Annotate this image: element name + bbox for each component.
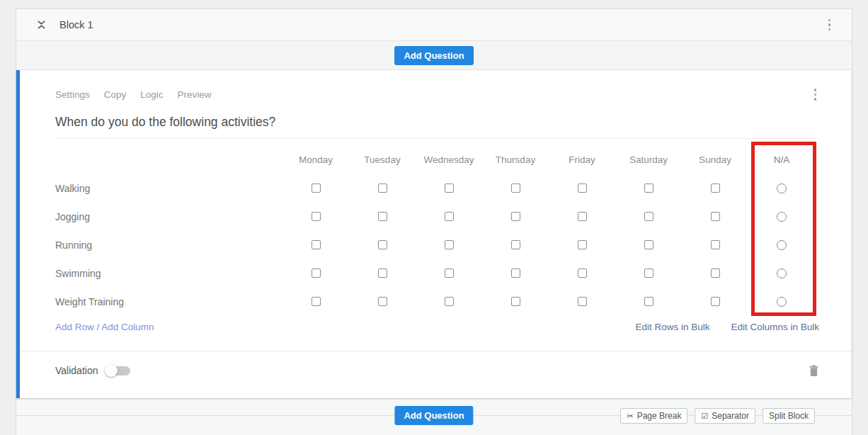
matrix-checkbox[interactable] [445,212,454,221]
separator-button[interactable]: ☑ Separator [695,408,755,424]
page-break-button[interactable]: ✂ Page Break [620,408,687,424]
add-question-button-bottom[interactable]: Add Question [394,406,473,425]
edit-columns-bulk-link[interactable]: Edit Columns in Bulk [731,322,819,332]
matrix-cell [682,174,748,203]
block-container: Block 1 Add Question Settings Copy Logic… [16,9,852,435]
page-break-label: Page Break [637,411,682,421]
matrix-checkbox[interactable] [644,269,653,278]
delete-question-trash-icon[interactable] [809,365,819,377]
matrix-cell [748,288,815,316]
logic-link[interactable]: Logic [140,89,163,100]
question-title[interactable]: When do you do the following activities? [55,115,819,139]
matrix-checkbox[interactable] [511,297,520,306]
matrix-checkbox[interactable] [378,297,387,306]
matrix-na-radio[interactable] [777,212,787,222]
matrix-cell [482,174,549,203]
matrix-column-header-na[interactable]: N/A [748,146,815,174]
split-block-label: Split Block [769,411,809,421]
block-menu-kebab-icon[interactable] [826,16,834,34]
matrix-cell [748,203,815,231]
block-header: Block 1 [16,9,852,41]
matrix-checkbox[interactable] [711,240,720,249]
matrix-checkbox[interactable] [644,212,653,221]
matrix-na-radio[interactable] [777,183,787,193]
matrix-checkbox[interactable] [511,240,520,249]
matrix-checkbox[interactable] [644,240,653,249]
matrix-table: Monday Tuesday Wednesday Thursday Friday… [55,146,815,316]
matrix-checkbox[interactable] [711,183,720,193]
add-column-link[interactable]: Add Column [101,322,154,332]
preview-link[interactable]: Preview [178,89,212,100]
matrix-checkbox[interactable] [711,269,720,278]
matrix-checkbox[interactable] [312,269,321,278]
question-menu-kebab-icon[interactable] [811,86,820,103]
matrix-column-header[interactable]: Friday [549,146,615,174]
add-question-button-top[interactable]: Add Question [394,46,473,65]
copy-link[interactable]: Copy [104,89,127,100]
collapse-block-icon[interactable] [36,19,47,30]
matrix-checkbox[interactable] [312,240,321,249]
split-block-button[interactable]: Split Block [763,408,815,424]
matrix-checkbox[interactable] [445,240,454,249]
matrix-checkbox[interactable] [312,297,321,306]
matrix-checkbox[interactable] [445,183,454,193]
matrix-checkbox[interactable] [312,212,321,221]
matrix-checkbox[interactable] [378,212,387,221]
matrix-checkbox[interactable] [644,297,653,306]
matrix-column-header[interactable]: Sunday [682,146,748,174]
matrix-row-label[interactable]: Walking [55,174,282,203]
matrix-checkbox[interactable] [578,212,587,221]
matrix-checkbox[interactable] [511,269,520,278]
matrix-cell [349,259,416,288]
matrix-checkbox[interactable] [378,269,387,278]
add-links: Add Row / Add Column [55,322,154,332]
matrix-column-header[interactable]: Saturday [615,146,682,174]
matrix-column-header[interactable]: Tuesday [349,146,416,174]
matrix-checkbox[interactable] [511,183,520,193]
matrix-na-radio[interactable] [777,269,787,278]
matrix-row-label[interactable]: Weight Training [55,288,282,316]
matrix-na-radio[interactable] [777,240,787,250]
matrix-cell [416,231,482,259]
matrix-column-header[interactable]: Wednesday [416,146,482,174]
matrix-cell [549,231,615,259]
matrix-checkbox[interactable] [378,240,387,249]
matrix-checkbox[interactable] [711,297,720,306]
question-card: Settings Copy Logic Preview When do you … [16,70,852,398]
matrix-cell [349,288,416,316]
bulk-links: Edit Rows in Bulk Edit Columns in Bulk [635,322,819,332]
matrix-na-radio[interactable] [777,297,787,307]
matrix-checkbox[interactable] [644,183,653,193]
matrix-cell [682,203,748,231]
matrix-row-label[interactable]: Running [55,231,282,259]
matrix-checkbox[interactable] [578,269,587,278]
matrix-checkbox[interactable] [445,297,454,306]
matrix-cell [349,174,416,203]
matrix-checkbox[interactable] [511,212,520,221]
matrix-checkbox[interactable] [378,183,387,193]
matrix-row-label[interactable]: Swimming [55,259,282,288]
matrix-cell [282,203,349,231]
matrix-checkbox[interactable] [711,212,720,221]
matrix-column-header[interactable]: Monday [282,146,349,174]
matrix-checkbox[interactable] [445,269,454,278]
matrix-column-header[interactable]: Thursday [482,146,549,174]
separator-label: Separator [712,411,749,421]
matrix-links-row: Add Row / Add Column Edit Rows in Bulk E… [55,322,819,332]
matrix-checkbox[interactable] [578,240,587,249]
matrix-cell [549,259,615,288]
matrix-checkbox[interactable] [312,183,321,193]
validation-toggle[interactable] [105,364,132,377]
bottom-strip: Add Question ✂ Page Break ☑ Separator Sp… [16,398,852,435]
matrix-row-label[interactable]: Jogging [55,203,282,231]
matrix-cell [615,259,682,288]
matrix-checkbox[interactable] [578,183,587,193]
matrix-cell [748,174,815,203]
edit-rows-bulk-link[interactable]: Edit Rows in Bulk [635,322,709,332]
matrix-cell [549,288,615,316]
add-row-link[interactable]: Add Row [55,322,94,332]
matrix-cell [282,259,349,288]
settings-link[interactable]: Settings [55,89,90,100]
matrix-checkbox[interactable] [578,297,587,306]
matrix-cell [416,203,482,231]
